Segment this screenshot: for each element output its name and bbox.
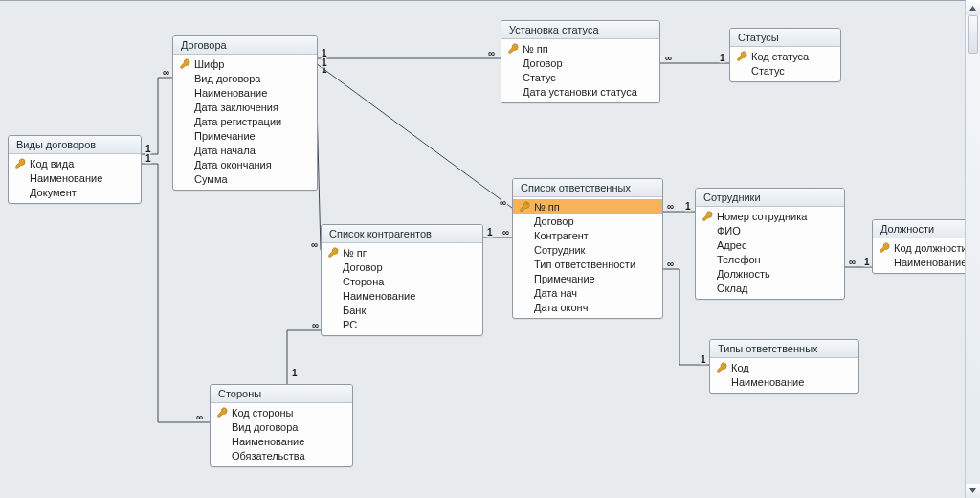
table-title[interactable]: Сотрудники	[696, 189, 844, 207]
table-field[interactable]: Код вида	[9, 156, 141, 170]
table-fields: Код должностиНаименование	[873, 238, 967, 273]
cardinality-label: 1	[701, 354, 706, 365]
primary-key-icon	[327, 247, 339, 259]
table-field[interactable]: Обязательства	[211, 448, 352, 463]
table-field[interactable]: Банк	[322, 303, 482, 317]
field-name: Наименование	[894, 257, 967, 268]
table-field[interactable]: Контрагент	[513, 228, 662, 242]
table-field[interactable]: Вид договора	[211, 419, 352, 434]
field-name: Договор	[534, 215, 574, 227]
table-field[interactable]: Вид договора	[173, 71, 317, 85]
cardinality-label: ∞	[667, 201, 674, 212]
table-field[interactable]: № пп	[513, 199, 662, 214]
diagram-canvas[interactable]: 1∞1∞1∞1∞1∞1∞1∞∞1∞1∞1∞1 Виды договоровКод…	[0, 0, 966, 498]
table-title[interactable]: Статусы	[730, 29, 840, 47]
table-fields: Номер сотрудникаФИОАдресТелефонДолжность…	[696, 207, 844, 299]
table-field[interactable]: Статус	[501, 70, 659, 84]
cardinality-label: ∞	[665, 53, 672, 63]
scrollbar-thumb[interactable]	[968, 15, 978, 54]
table-field[interactable]: Код должности	[873, 240, 967, 255]
table-field[interactable]: Наименование	[873, 255, 967, 269]
table-title[interactable]: Стороны	[211, 385, 352, 403]
table-box[interactable]: СтороныКод стороныВид договораНаименован…	[210, 384, 353, 467]
table-box[interactable]: Список контрагентов№ ппДоговорСторонаНаи…	[321, 224, 483, 336]
field-name: РС	[343, 319, 357, 330]
scrollbar-track[interactable]	[966, 15, 980, 484]
field-name: Банк	[343, 305, 366, 316]
table-field[interactable]: Код статуса	[730, 49, 840, 63]
table-field[interactable]: № пп	[322, 245, 482, 260]
table-field[interactable]: Код	[710, 360, 858, 374]
primary-key-icon	[716, 362, 727, 374]
field-name: Наименование	[343, 290, 415, 302]
field-icon-slot	[702, 225, 713, 237]
field-icon-slot	[327, 290, 339, 302]
table-field[interactable]: № пп	[501, 41, 659, 56]
table-field[interactable]: Дата заключения	[173, 100, 317, 114]
table-box[interactable]: Установка статуса№ ппДоговорСтатусДата у…	[501, 20, 660, 103]
table-field[interactable]: Наименование	[9, 170, 141, 185]
table-field[interactable]: ФИО	[696, 223, 844, 238]
field-name: Дата нач	[534, 287, 577, 299]
table-title[interactable]: Виды договоров	[9, 136, 141, 154]
field-icon-slot	[179, 145, 190, 156]
table-field[interactable]: Сторона	[322, 274, 482, 288]
table-box[interactable]: СотрудникиНомер сотрудникаФИОАдресТелефо…	[695, 188, 845, 300]
field-name: Наименование	[30, 172, 102, 184]
vertical-scrollbar[interactable]	[965, 1, 980, 498]
table-title[interactable]: Установка статуса	[501, 21, 659, 39]
table-field[interactable]: Дата установки статуса	[501, 84, 659, 99]
table-field[interactable]: Наименование	[173, 85, 317, 100]
table-field[interactable]: Примечание	[173, 128, 317, 143]
table-box[interactable]: СтатусыКод статусаСтатус	[729, 28, 841, 82]
table-title[interactable]: Список ответственных	[513, 179, 662, 197]
table-field[interactable]: Код стороны	[211, 405, 352, 419]
table-field[interactable]: Договор	[501, 56, 659, 70]
table-box[interactable]: ДолжностиКод должностиНаименование	[872, 219, 968, 274]
table-box[interactable]: Виды договоровКод видаНаименованиеДокуме…	[8, 135, 142, 204]
table-field[interactable]: Договор	[322, 260, 482, 274]
cardinality-label: ∞	[667, 259, 674, 269]
table-field[interactable]: Наименование	[322, 288, 482, 303]
table-field[interactable]: Дата начала	[173, 143, 317, 157]
table-field[interactable]: Телефон	[696, 252, 844, 266]
table-field[interactable]: Оклад	[696, 281, 844, 295]
table-field[interactable]: Должность	[696, 266, 844, 281]
scroll-down-button[interactable]	[966, 484, 980, 498]
field-name: Дата заключения	[194, 102, 278, 113]
table-field[interactable]: Сотрудник	[513, 242, 662, 257]
table-box[interactable]: ДоговораШифрВид договораНаименованиеДата…	[172, 35, 318, 191]
table-field[interactable]: Наименование	[710, 374, 858, 389]
cardinality-label: ∞	[312, 320, 319, 330]
table-field[interactable]: Дата нач	[513, 285, 662, 300]
table-title[interactable]: Список контрагентов	[322, 225, 482, 243]
field-name: Дата окончания	[194, 159, 272, 170]
table-title[interactable]: Должности	[873, 220, 967, 238]
table-title[interactable]: Договора	[173, 36, 317, 55]
field-name: Наименование	[731, 376, 804, 388]
field-icon-slot	[507, 57, 519, 69]
table-box[interactable]: Типы ответственныхКодНаименование	[709, 339, 859, 394]
table-field[interactable]: Адрес	[696, 238, 844, 252]
table-field[interactable]: Наименование	[211, 434, 352, 448]
table-box[interactable]: Список ответственных№ ппДоговорКонтраген…	[512, 178, 663, 319]
table-field[interactable]: Статус	[730, 63, 840, 78]
table-title[interactable]: Типы ответственных	[710, 340, 858, 358]
table-field[interactable]: Сумма	[173, 171, 317, 186]
table-field[interactable]: Дата окончания	[173, 157, 317, 171]
table-field[interactable]: Договор	[513, 214, 662, 228]
table-field[interactable]: РС	[322, 317, 482, 331]
table-field[interactable]: Тип ответственности	[513, 257, 662, 271]
table-field[interactable]: Шифр	[173, 57, 317, 71]
table-field[interactable]: Номер сотрудника	[696, 209, 844, 223]
table-field[interactable]: Документ	[9, 185, 141, 199]
scroll-up-button[interactable]	[966, 1, 980, 15]
field-icon-slot	[179, 173, 190, 185]
cardinality-label: 1	[322, 48, 327, 58]
table-field[interactable]: Дата регистрации	[173, 114, 317, 128]
field-icon-slot	[879, 257, 890, 268]
field-name: Код статуса	[751, 51, 809, 62]
table-field[interactable]: Примечание	[513, 271, 662, 285]
table-field[interactable]: Дата оконч	[513, 300, 662, 314]
field-name: Код стороны	[232, 407, 294, 419]
